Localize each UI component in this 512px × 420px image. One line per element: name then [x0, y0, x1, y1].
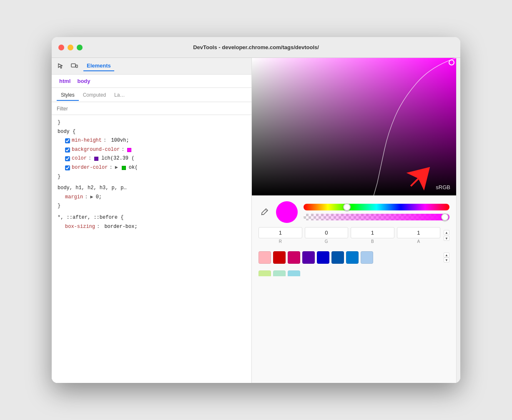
scrollbar[interactable]: [456, 58, 460, 383]
window-title: DevTools - developer.chrome.com/tags/dev…: [193, 44, 319, 50]
eyedropper-button[interactable]: [259, 206, 270, 218]
hue-thumb[interactable]: [343, 203, 351, 211]
rgb-inputs: R G B A ▲ ▼: [259, 227, 449, 244]
b-label: B: [371, 239, 374, 244]
swatches-row-2: [259, 270, 449, 276]
svg-marker-2: [404, 162, 438, 195]
css-line-margin: margin : ▶ 0;: [57, 193, 246, 202]
css-line-box-sizing: box-sizing : border-box;: [57, 222, 246, 232]
g-label: G: [325, 239, 328, 244]
breadcrumb-body[interactable]: body: [75, 77, 93, 85]
css-line-star: *, ::after, ::before {: [57, 213, 246, 222]
swatch-7[interactable]: [361, 251, 373, 264]
r-input-group: R: [259, 227, 302, 244]
breadcrumb-bar: html body: [52, 75, 251, 88]
devtools-container: Elements html body Styles Computed La…: [52, 58, 460, 383]
traffic-lights: [58, 45, 83, 50]
swatch-3[interactable]: [302, 251, 315, 264]
alpha-thumb[interactable]: [441, 213, 449, 221]
a-input[interactable]: [397, 227, 441, 238]
left-panel: Elements html body Styles Computed La…: [52, 58, 252, 383]
picker-row1: [259, 201, 449, 223]
hue-slider[interactable]: [304, 204, 449, 210]
g-input-group: G: [305, 227, 349, 244]
b-input-group: B: [351, 227, 394, 244]
sliders-area: [304, 204, 449, 220]
tab-styles[interactable]: Styles: [57, 90, 79, 100]
css-line-body-h1: body, h1, h2, h3, p, p…: [57, 184, 246, 193]
channel-arrows: ▲ ▼: [444, 230, 449, 241]
css-line-bg-color: background-color :: [57, 145, 246, 155]
r-input[interactable]: [259, 227, 302, 238]
alpha-slider[interactable]: [304, 214, 449, 220]
border-color-checkbox[interactable]: [65, 165, 70, 170]
tab-computed[interactable]: Computed: [79, 90, 110, 100]
border-color-swatch[interactable]: [122, 166, 126, 170]
swatch-4[interactable]: [317, 251, 329, 264]
css-content: } body { min-height : 100vh; background-…: [52, 115, 251, 383]
swatch-2[interactable]: [288, 251, 300, 264]
color-checkbox[interactable]: [65, 156, 70, 161]
swatch-1[interactable]: [273, 251, 286, 264]
browser-window: DevTools - developer.chrome.com/tags/dev…: [52, 37, 460, 383]
css-close-brace2: }: [57, 202, 246, 211]
close-button[interactable]: [58, 45, 64, 50]
red-arrow: [404, 162, 438, 195]
g-input[interactable]: [305, 227, 349, 238]
swatch-6[interactable]: [346, 251, 359, 264]
elements-tab[interactable]: Elements: [83, 61, 114, 71]
inspector-icon[interactable]: [57, 62, 65, 70]
breadcrumb-html[interactable]: html: [57, 77, 73, 85]
swatch-0[interactable]: [259, 251, 271, 264]
css-line-color: color : lch(32.39 (: [57, 154, 246, 163]
color-cursor[interactable]: [449, 60, 454, 65]
channel-down-arrow[interactable]: ▼: [444, 236, 449, 241]
b-input[interactable]: [351, 227, 394, 238]
swatches-down-arrow[interactable]: ▼: [444, 258, 449, 262]
color-gradient[interactable]: sRGB: [252, 58, 456, 195]
swatches-row: ▲ ▼: [259, 248, 449, 265]
picker-controls: R G B A ▲ ▼: [252, 195, 456, 383]
channel-up-arrow[interactable]: ▲: [444, 230, 449, 235]
swatch-5[interactable]: [331, 251, 344, 264]
filter-bar: [52, 102, 251, 115]
titlebar: DevTools - developer.chrome.com/tags/dev…: [52, 37, 460, 58]
color-picker-panel: sRGB: [252, 58, 456, 383]
css-line: }: [57, 118, 246, 128]
css-line-body: body {: [57, 128, 246, 137]
device-toolbar-icon[interactable]: [70, 62, 78, 70]
color-preview: [276, 201, 298, 223]
css-close-brace: }: [57, 172, 246, 182]
filter-input[interactable]: [57, 106, 119, 112]
swatches-arrows: ▲ ▼: [444, 252, 449, 262]
tab-layout[interactable]: La…: [110, 90, 129, 100]
styles-tab-bar: Styles Computed La…: [52, 88, 251, 102]
css-line-min-height: min-height : 100vh;: [57, 136, 246, 145]
svg-rect-1: [76, 65, 78, 68]
swatch-r2-0[interactable]: [259, 270, 271, 276]
srgb-label: sRGB: [436, 184, 450, 190]
css-line-border-color: border-color : ▶ ok(: [57, 163, 246, 172]
color-swatch[interactable]: [94, 157, 98, 161]
r-label: R: [279, 239, 282, 244]
a-label: A: [417, 239, 420, 244]
swatches-up-arrow[interactable]: ▲: [444, 252, 449, 258]
min-height-checkbox[interactable]: [65, 138, 70, 143]
bg-color-checkbox[interactable]: [65, 148, 70, 152]
swatch-r2-2[interactable]: [288, 270, 300, 276]
a-input-group: A: [397, 227, 441, 244]
minimize-button[interactable]: [68, 45, 73, 50]
svg-line-4: [265, 210, 267, 211]
devtools-toolbar: Elements: [52, 58, 251, 75]
bg-color-swatch[interactable]: [127, 148, 131, 152]
swatch-r2-1[interactable]: [273, 270, 286, 276]
svg-rect-0: [71, 64, 75, 67]
maximize-button[interactable]: [77, 45, 83, 50]
